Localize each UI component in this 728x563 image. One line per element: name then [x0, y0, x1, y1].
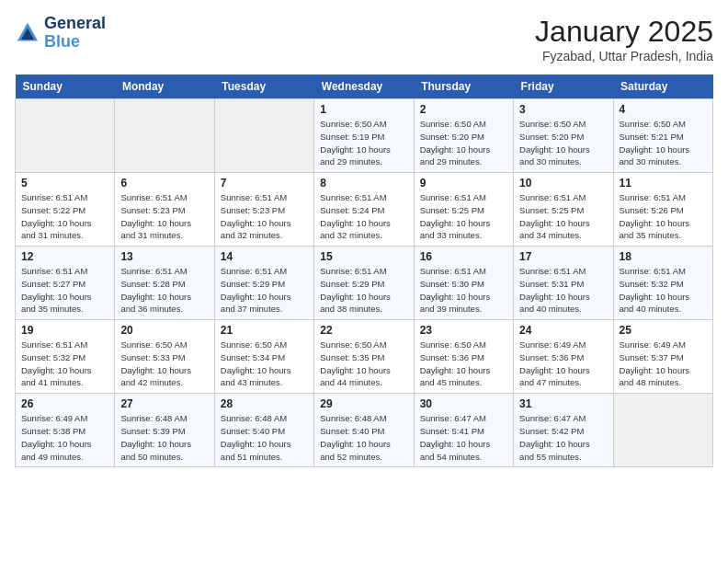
header-cell-monday: Monday [115, 75, 214, 99]
day-number: 26 [21, 397, 108, 410]
calendar-cell: 24Sunrise: 6:49 AM Sunset: 5:36 PM Dayli… [514, 320, 613, 394]
day-number: 15 [320, 250, 407, 263]
day-number: 30 [420, 397, 507, 410]
day-number: 19 [21, 324, 108, 337]
day-number: 8 [320, 177, 407, 190]
calendar-cell: 23Sunrise: 6:50 AM Sunset: 5:36 PM Dayli… [414, 320, 513, 394]
location: Fyzabad, Uttar Pradesh, India [535, 49, 713, 63]
day-info: Sunrise: 6:51 AM Sunset: 5:24 PM Dayligh… [320, 191, 407, 242]
header-cell-wednesday: Wednesday [314, 75, 414, 99]
day-info: Sunrise: 6:51 AM Sunset: 5:23 PM Dayligh… [221, 191, 308, 242]
calendar-header: SundayMondayTuesdayWednesdayThursdayFrid… [16, 75, 713, 99]
calendar-cell: 19Sunrise: 6:51 AM Sunset: 5:32 PM Dayli… [16, 320, 115, 394]
calendar-week-4: 19Sunrise: 6:51 AM Sunset: 5:32 PM Dayli… [16, 320, 713, 394]
day-info: Sunrise: 6:49 AM Sunset: 5:36 PM Dayligh… [519, 339, 607, 389]
calendar-cell [115, 99, 214, 173]
day-info: Sunrise: 6:50 AM Sunset: 5:33 PM Dayligh… [120, 339, 208, 389]
month-title: January 2025 [535, 15, 713, 49]
day-info: Sunrise: 6:51 AM Sunset: 5:29 PM Dayligh… [320, 265, 407, 316]
day-info: Sunrise: 6:51 AM Sunset: 5:31 PM Dayligh… [519, 265, 607, 316]
day-info: Sunrise: 6:48 AM Sunset: 5:39 PM Dayligh… [120, 412, 208, 463]
calendar-cell: 11Sunrise: 6:51 AM Sunset: 5:26 PM Dayli… [613, 173, 712, 247]
day-number: 31 [519, 397, 607, 410]
day-number: 7 [221, 177, 308, 190]
calendar-cell: 5Sunrise: 6:51 AM Sunset: 5:22 PM Daylig… [16, 173, 115, 247]
calendar-week-1: 1Sunrise: 6:50 AM Sunset: 5:19 PM Daylig… [16, 99, 713, 173]
calendar-cell: 21Sunrise: 6:50 AM Sunset: 5:34 PM Dayli… [214, 320, 313, 394]
day-number: 6 [120, 177, 208, 190]
logo-text: General Blue [44, 15, 106, 52]
calendar-cell: 16Sunrise: 6:51 AM Sunset: 5:30 PM Dayli… [414, 247, 513, 320]
calendar-cell: 2Sunrise: 6:50 AM Sunset: 5:20 PM Daylig… [414, 99, 513, 173]
calendar-cell: 31Sunrise: 6:47 AM Sunset: 5:42 PM Dayli… [514, 394, 613, 467]
header-row: SundayMondayTuesdayWednesdayThursdayFrid… [16, 75, 713, 99]
calendar-cell [16, 99, 115, 173]
day-info: Sunrise: 6:49 AM Sunset: 5:38 PM Dayligh… [21, 412, 108, 463]
day-info: Sunrise: 6:49 AM Sunset: 5:37 PM Dayligh… [620, 339, 707, 389]
day-info: Sunrise: 6:50 AM Sunset: 5:35 PM Dayligh… [320, 339, 407, 389]
day-number: 16 [420, 250, 507, 263]
day-info: Sunrise: 6:51 AM Sunset: 5:32 PM Dayligh… [21, 339, 108, 389]
day-number: 11 [620, 177, 707, 190]
title-block: January 2025 Fyzabad, Uttar Pradesh, Ind… [535, 15, 713, 63]
calendar-cell: 4Sunrise: 6:50 AM Sunset: 5:21 PM Daylig… [613, 99, 712, 173]
day-info: Sunrise: 6:48 AM Sunset: 5:40 PM Dayligh… [320, 412, 407, 463]
header-cell-saturday: Saturday [613, 75, 712, 99]
day-number: 27 [120, 397, 208, 410]
calendar-table: SundayMondayTuesdayWednesdayThursdayFrid… [15, 75, 713, 467]
calendar-week-3: 12Sunrise: 6:51 AM Sunset: 5:27 PM Dayli… [16, 247, 713, 320]
calendar-cell: 25Sunrise: 6:49 AM Sunset: 5:37 PM Dayli… [613, 320, 712, 394]
day-number: 2 [420, 103, 507, 116]
day-number: 3 [519, 103, 607, 116]
calendar-cell: 27Sunrise: 6:48 AM Sunset: 5:39 PM Dayli… [115, 394, 214, 467]
day-number: 24 [519, 324, 607, 337]
calendar-cell: 17Sunrise: 6:51 AM Sunset: 5:31 PM Dayli… [514, 247, 613, 320]
day-number: 12 [21, 250, 108, 263]
day-info: Sunrise: 6:50 AM Sunset: 5:34 PM Dayligh… [221, 339, 308, 389]
day-info: Sunrise: 6:47 AM Sunset: 5:41 PM Dayligh… [420, 412, 507, 463]
calendar-cell [214, 99, 313, 173]
calendar-cell: 13Sunrise: 6:51 AM Sunset: 5:28 PM Dayli… [115, 247, 214, 320]
calendar-cell: 29Sunrise: 6:48 AM Sunset: 5:40 PM Dayli… [314, 394, 414, 467]
header-cell-friday: Friday [514, 75, 613, 99]
calendar-body: 1Sunrise: 6:50 AM Sunset: 5:19 PM Daylig… [16, 99, 713, 467]
day-number: 21 [221, 324, 308, 337]
day-number: 5 [21, 177, 108, 190]
header-cell-tuesday: Tuesday [214, 75, 313, 99]
calendar-cell: 20Sunrise: 6:50 AM Sunset: 5:33 PM Dayli… [115, 320, 214, 394]
day-number: 25 [620, 324, 707, 337]
day-info: Sunrise: 6:51 AM Sunset: 5:22 PM Dayligh… [21, 191, 108, 242]
day-number: 17 [519, 250, 607, 263]
day-number: 14 [221, 250, 308, 263]
day-info: Sunrise: 6:50 AM Sunset: 5:20 PM Dayligh… [519, 118, 607, 168]
header-cell-sunday: Sunday [16, 75, 115, 99]
day-number: 4 [620, 103, 707, 116]
day-number: 1 [320, 103, 407, 116]
day-info: Sunrise: 6:51 AM Sunset: 5:23 PM Dayligh… [120, 191, 208, 242]
calendar-cell: 30Sunrise: 6:47 AM Sunset: 5:41 PM Dayli… [414, 394, 513, 467]
calendar-cell: 7Sunrise: 6:51 AM Sunset: 5:23 PM Daylig… [214, 173, 313, 247]
day-number: 10 [519, 177, 607, 190]
calendar-cell: 22Sunrise: 6:50 AM Sunset: 5:35 PM Dayli… [314, 320, 414, 394]
page-header: General Blue January 2025 Fyzabad, Uttar… [15, 15, 713, 63]
day-info: Sunrise: 6:47 AM Sunset: 5:42 PM Dayligh… [519, 412, 607, 463]
calendar-week-5: 26Sunrise: 6:49 AM Sunset: 5:38 PM Dayli… [16, 394, 713, 467]
day-number: 22 [320, 324, 407, 337]
logo-icon [15, 20, 40, 46]
calendar-cell: 14Sunrise: 6:51 AM Sunset: 5:29 PM Dayli… [214, 247, 313, 320]
day-info: Sunrise: 6:50 AM Sunset: 5:36 PM Dayligh… [420, 339, 507, 389]
calendar-cell: 8Sunrise: 6:51 AM Sunset: 5:24 PM Daylig… [314, 173, 414, 247]
day-number: 9 [420, 177, 507, 190]
day-info: Sunrise: 6:51 AM Sunset: 5:28 PM Dayligh… [120, 265, 208, 316]
day-info: Sunrise: 6:50 AM Sunset: 5:21 PM Dayligh… [620, 118, 707, 168]
calendar-cell: 6Sunrise: 6:51 AM Sunset: 5:23 PM Daylig… [115, 173, 214, 247]
day-info: Sunrise: 6:48 AM Sunset: 5:40 PM Dayligh… [221, 412, 308, 463]
header-cell-thursday: Thursday [414, 75, 513, 99]
calendar-cell: 3Sunrise: 6:50 AM Sunset: 5:20 PM Daylig… [514, 99, 613, 173]
calendar-cell: 28Sunrise: 6:48 AM Sunset: 5:40 PM Dayli… [214, 394, 313, 467]
calendar-cell: 12Sunrise: 6:51 AM Sunset: 5:27 PM Dayli… [16, 247, 115, 320]
calendar-week-2: 5Sunrise: 6:51 AM Sunset: 5:22 PM Daylig… [16, 173, 713, 247]
calendar-cell: 18Sunrise: 6:51 AM Sunset: 5:32 PM Dayli… [613, 247, 712, 320]
logo: General Blue [15, 15, 106, 52]
day-info: Sunrise: 6:51 AM Sunset: 5:26 PM Dayligh… [620, 191, 707, 242]
